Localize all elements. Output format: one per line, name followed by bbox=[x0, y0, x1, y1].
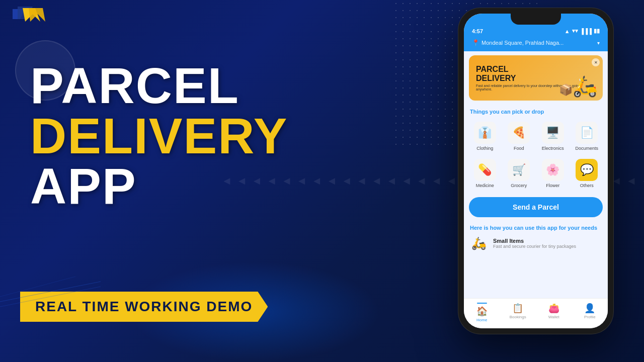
small-items-subtitle: Fast and secure courier for tiny package… bbox=[493, 244, 602, 249]
documents-label: Documents bbox=[575, 146, 598, 151]
app-banner: PARCELDELIVERY Fast and reliable parcel … bbox=[469, 55, 603, 101]
nav-home-label: Home bbox=[476, 318, 487, 322]
nav-home-active-indicator bbox=[477, 303, 487, 304]
location-text: Mondeal Square, Prahlad Naga... bbox=[481, 40, 595, 46]
flower-icon: 🌸 bbox=[542, 159, 564, 181]
svg-marker-3 bbox=[29, 8, 45, 22]
banner-close-button[interactable]: ✕ bbox=[592, 58, 600, 66]
others-icon: 💬 bbox=[576, 159, 598, 181]
category-item-electronics[interactable]: 🖥️ Electronics bbox=[537, 119, 569, 154]
medicine-icon: 💊 bbox=[474, 159, 496, 181]
location-bar[interactable]: 📍 Mondeal Square, Prahlad Naga... ▾ bbox=[464, 37, 608, 51]
small-items-icon: 🛵 bbox=[470, 236, 488, 250]
flower-label: Flower bbox=[546, 183, 559, 188]
nav-home-icon: 🏠 bbox=[476, 306, 488, 317]
medicine-label: Medicine bbox=[476, 183, 494, 188]
banner-boxes-icon: 📦 bbox=[559, 83, 573, 97]
hero-line3: APP bbox=[30, 161, 342, 211]
svg-line-5 bbox=[0, 287, 101, 307]
clothing-icon: 👔 bbox=[474, 122, 496, 144]
nav-wallet-icon: 👛 bbox=[548, 303, 559, 314]
grocery-label: Grocery bbox=[511, 183, 527, 188]
others-label: Others bbox=[580, 183, 594, 188]
phone-frame: 4:57 ▲ ▾▾ ▐▐▐ ▮▮ 📍 Mondeal Square, Prahl… bbox=[458, 8, 614, 334]
banner-scooter-icon: 🛵 bbox=[573, 74, 598, 98]
phone-screen: 4:57 ▲ ▾▾ ▐▐▐ ▮▮ 📍 Mondeal Square, Prahl… bbox=[464, 14, 608, 328]
category-item-flower[interactable]: 🌸 Flower bbox=[537, 156, 569, 191]
how-section-title: Here is how you can use this app for you… bbox=[464, 221, 608, 233]
electronics-icon: 🖥️ bbox=[542, 122, 564, 144]
lines-decoration bbox=[0, 272, 101, 312]
category-item-clothing[interactable]: 👔 Clothing bbox=[469, 119, 501, 154]
location-icon: ▲ bbox=[565, 28, 570, 34]
status-icons: ▲ ▾▾ ▐▐▐ ▮▮ bbox=[565, 28, 600, 34]
svg-line-4 bbox=[0, 282, 101, 302]
food-label: Food bbox=[514, 146, 524, 151]
grocery-icon: 🛒 bbox=[508, 159, 530, 181]
nav-wallet-label: Wallet bbox=[548, 315, 559, 319]
documents-icon: 📄 bbox=[576, 122, 598, 144]
phone-notch bbox=[511, 14, 561, 25]
phone-mockup: 4:57 ▲ ▾▾ ▐▐▐ ▮▮ 📍 Mondeal Square, Prahl… bbox=[458, 8, 614, 334]
category-grid: 👔 Clothing 🍕 Food 🖥️ Electronics 📄 Docum… bbox=[464, 117, 608, 193]
hero-text: PARCEL DELIVERY APP bbox=[30, 60, 342, 211]
nav-bookings-label: Bookings bbox=[510, 315, 526, 319]
nav-profile-icon: 👤 bbox=[584, 303, 595, 314]
category-item-documents[interactable]: 📄 Documents bbox=[571, 119, 603, 154]
small-items-title: Small Items bbox=[493, 238, 602, 244]
nav-wallet[interactable]: 👛 Wallet bbox=[536, 303, 572, 322]
small-items-list-item[interactable]: 🛵 Small Items Fast and secure courier fo… bbox=[464, 233, 608, 253]
hero-line1: PARCEL bbox=[30, 60, 342, 111]
category-item-medicine[interactable]: 💊 Medicine bbox=[469, 156, 501, 191]
signal-icon: ▐▐▐ bbox=[580, 28, 592, 34]
electronics-label: Electronics bbox=[542, 146, 564, 151]
battery-icon: ▮▮ bbox=[594, 28, 600, 34]
hero-line2: DELIVERY bbox=[30, 111, 342, 161]
category-item-others[interactable]: 💬 Others bbox=[571, 156, 603, 191]
pick-drop-section-title: Things you can pick or drop bbox=[464, 105, 608, 117]
nav-profile[interactable]: 👤 Profile bbox=[572, 303, 608, 322]
nav-profile-label: Profile bbox=[584, 315, 596, 319]
category-item-grocery[interactable]: 🛒 Grocery bbox=[503, 156, 535, 191]
category-item-food[interactable]: 🍕 Food bbox=[503, 119, 535, 154]
small-items-text: Small Items Fast and secure courier for … bbox=[493, 238, 602, 249]
nav-bookings-icon: 📋 bbox=[512, 303, 523, 314]
wifi-icon: ▾▾ bbox=[572, 28, 578, 34]
status-time: 4:57 bbox=[472, 28, 483, 34]
location-dropdown-icon: ▾ bbox=[597, 40, 600, 46]
bottom-navigation: 🏠 Home 📋 Bookings 👛 Wallet 👤 Profile bbox=[464, 298, 608, 328]
nav-bookings[interactable]: 📋 Bookings bbox=[500, 303, 536, 322]
send-parcel-button[interactable]: Send a Parcel bbox=[469, 197, 603, 217]
clothing-label: Clothing bbox=[476, 146, 493, 151]
nav-home[interactable]: 🏠 Home bbox=[464, 303, 500, 322]
location-pin-icon: 📍 bbox=[472, 39, 479, 46]
food-icon: 🍕 bbox=[508, 122, 530, 144]
logo bbox=[8, 4, 58, 36]
